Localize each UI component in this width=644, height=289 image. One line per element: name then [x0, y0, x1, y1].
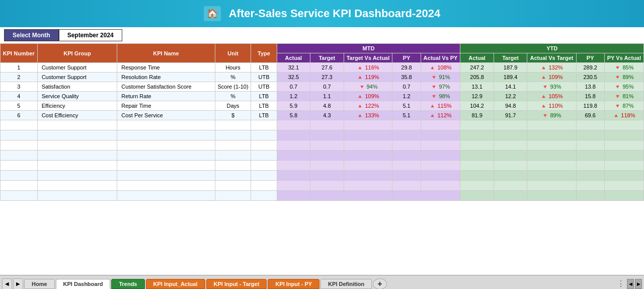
- th-kpi-group: KPI Group: [37, 44, 117, 63]
- cell-type: LTB: [251, 63, 277, 73]
- tab-scroll-left[interactable]: ◀: [2, 278, 12, 290]
- scroll-arrows: ◀ ▶: [627, 279, 642, 289]
- page-title: After-Sales Service KPI Dashboard-2024: [229, 7, 441, 20]
- tab-kpi-input-py[interactable]: KPI Input - PY: [268, 279, 319, 289]
- cell-group: Satisfaction: [37, 82, 117, 92]
- tab-bar: ◀ ▶ Home KPI Dashboard Trends KPI Input_…: [0, 275, 644, 289]
- th-mtd-py: PY: [392, 53, 421, 63]
- cell-mtd-py: 5.1: [392, 101, 421, 111]
- cell-ytd-pvsa: 🔻81%: [604, 92, 643, 101]
- cell-mtd-tvsa: 🔺109%: [344, 92, 392, 101]
- table-row: 4 Service Quality Return Rate % LTB 1.2 …: [1, 92, 644, 101]
- cell-name: Customer Satisfaction Score: [117, 82, 215, 92]
- cell-mtd-target: 1.1: [310, 92, 344, 101]
- cell-ytd-pvsa: 🔺118%: [604, 111, 643, 120]
- cell-mtd-target: 4.3: [310, 111, 344, 120]
- th-ytd-avst: Actual Vs Target: [527, 53, 576, 63]
- cell-mtd-avspy: 🔺112%: [421, 111, 460, 120]
- month-display: September 2024: [59, 29, 122, 41]
- cell-ytd-actual: 205.8: [460, 73, 494, 82]
- cell-ytd-avst: 🔺132%: [527, 63, 576, 73]
- table-row: 3 Satisfaction Customer Satisfaction Sco…: [1, 82, 644, 92]
- cell-unit: %: [215, 92, 251, 101]
- table-row: 2 Customer Support Resolution Rate % UTB…: [1, 73, 644, 82]
- cell-ytd-actual: 81.9: [460, 111, 494, 120]
- tab-scroll-right[interactable]: ▶: [13, 278, 23, 290]
- th-mtd-target: Target: [310, 53, 344, 63]
- cell-mtd-tvsa: 🔺122%: [344, 101, 392, 111]
- cell-ytd-avst: 🔺109%: [527, 73, 576, 82]
- page-header: 🏠 After-Sales Service KPI Dashboard-2024: [0, 0, 644, 27]
- cell-group: Service Quality: [37, 92, 117, 101]
- cell-mtd-tvsa: 🔺119%: [344, 73, 392, 82]
- cell-name: Return Rate: [117, 92, 215, 101]
- cell-ytd-target: 14.1: [494, 82, 527, 92]
- cell-num: 3: [1, 82, 38, 92]
- cell-type: UTB: [251, 82, 277, 92]
- cell-name: Cost Per Service: [117, 111, 215, 120]
- home-icon[interactable]: 🏠: [204, 6, 221, 21]
- empty-row: [1, 191, 644, 201]
- cell-name: Repair Time: [117, 101, 215, 111]
- more-options-icon[interactable]: ⋮: [617, 279, 625, 288]
- th-ytd-group: YTD: [460, 44, 644, 53]
- cell-mtd-actual: 1.2: [277, 92, 310, 101]
- kpi-table: KPI Number KPI Group KPI Name Unit Type …: [0, 43, 644, 201]
- table-row: 1 Customer Support Response Time Hours L…: [1, 63, 644, 73]
- tab-kpi-input-target[interactable]: KPI Input - Target: [206, 279, 267, 289]
- cell-ytd-py: 119.8: [576, 101, 604, 111]
- tab-kpi-input-actual[interactable]: KPI Input_Actual: [146, 279, 205, 289]
- scroll-right-arrow[interactable]: ▶: [635, 279, 642, 289]
- cell-mtd-avspy: 🔺115%: [421, 101, 460, 111]
- cell-ytd-actual: 104.2: [460, 101, 494, 111]
- cell-mtd-avspy: 🔺108%: [421, 63, 460, 73]
- tab-trends[interactable]: Trends: [111, 279, 144, 289]
- cell-group: Cost Efficiency: [37, 111, 117, 120]
- empty-row: [1, 181, 644, 191]
- th-kpi-number: KPI Number: [1, 44, 38, 63]
- cell-unit: Score (1-10): [215, 82, 251, 92]
- cell-ytd-pvsa: 🔻89%: [604, 73, 643, 82]
- cell-mtd-avspy: 🔻98%: [421, 92, 460, 101]
- cell-ytd-target: 91.7: [494, 111, 527, 120]
- empty-row: [1, 120, 644, 130]
- cell-unit: Days: [215, 101, 251, 111]
- cell-ytd-avst: 🔺110%: [527, 101, 576, 111]
- th-unit: Unit: [215, 44, 251, 63]
- cell-mtd-avspy: 🔻97%: [421, 82, 460, 92]
- table-row: 5 Efficiency Repair Time Days LTB 5.9 4.…: [1, 101, 644, 111]
- tab-home[interactable]: Home: [24, 279, 55, 289]
- cell-mtd-tvsa: 🔻94%: [344, 82, 392, 92]
- select-month-button[interactable]: Select Month: [4, 29, 59, 41]
- cell-mtd-avspy: 🔻91%: [421, 73, 460, 82]
- tab-kpi-dashboard[interactable]: KPI Dashboard: [56, 279, 111, 289]
- th-mtd-group: MTD: [277, 44, 460, 53]
- cell-mtd-py: 5.1: [392, 111, 421, 120]
- cell-ytd-actual: 247.2: [460, 63, 494, 73]
- cell-group: Customer Support: [37, 73, 117, 82]
- cell-ytd-target: 12.2: [494, 92, 527, 101]
- cell-ytd-py: 15.8: [576, 92, 604, 101]
- empty-row: [1, 161, 644, 171]
- cell-ytd-target: 189.4: [494, 73, 527, 82]
- cell-num: 5: [1, 101, 38, 111]
- cell-mtd-target: 4.8: [310, 101, 344, 111]
- cell-ytd-actual: 12.9: [460, 92, 494, 101]
- scroll-left-arrow[interactable]: ◀: [627, 279, 634, 289]
- th-mtd-avspy: Actual Vs PY: [421, 53, 460, 63]
- cell-ytd-py: 289.2: [576, 63, 604, 73]
- cell-ytd-py: 69.6: [576, 111, 604, 120]
- cell-ytd-avst: 🔻93%: [527, 82, 576, 92]
- kpi-table-wrapper: KPI Number KPI Group KPI Name Unit Type …: [0, 43, 644, 275]
- cell-ytd-target: 187.9: [494, 63, 527, 73]
- cell-num: 6: [1, 111, 38, 120]
- main-content: KPI Number KPI Group KPI Name Unit Type …: [0, 43, 644, 275]
- th-ytd-py: PY: [576, 53, 604, 63]
- tab-kpi-definition[interactable]: KPI Definition: [320, 279, 372, 289]
- cell-num: 4: [1, 92, 38, 101]
- add-tab-button[interactable]: +: [373, 278, 386, 290]
- cell-mtd-actual: 0.7: [277, 82, 310, 92]
- cell-type: LTB: [251, 101, 277, 111]
- cell-mtd-tvsa: 🔺116%: [344, 63, 392, 73]
- cell-type: LTB: [251, 92, 277, 101]
